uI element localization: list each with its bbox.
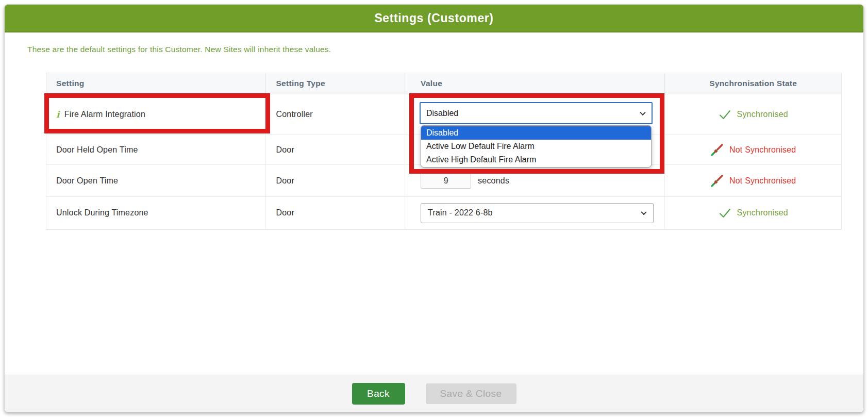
sync-state-label: Synchronised: [737, 208, 788, 217]
setting-cell: Door Held Open Time: [46, 135, 266, 164]
setting-label: Fire Alarm Integration: [64, 110, 145, 119]
table-row-door-open-time: Door Open Time Door seconds Not Synchron…: [46, 165, 841, 197]
info-icon[interactable]: i: [56, 110, 60, 119]
column-header-setting: Setting: [46, 73, 266, 94]
chevron-down-icon: [640, 109, 645, 115]
sync-state-cell: Not Synchronised: [665, 165, 841, 196]
column-header-value: Value: [405, 73, 665, 94]
fire-alarm-select-dropdown: Disabled Active Low Default Fire Alarm A…: [421, 125, 652, 167]
column-header-sync-state: Synchronisation State: [665, 73, 841, 94]
setting-cell: i Fire Alarm Integration: [46, 94, 266, 135]
back-button[interactable]: Back: [352, 383, 405, 405]
sync-state-label: Not Synchronised: [729, 176, 796, 186]
setting-type-cell: Controller: [266, 94, 405, 135]
dropdown-option-active-high[interactable]: Active High Default Fire Alarm: [421, 153, 651, 166]
dialog-footer: Back Save & Close: [5, 375, 863, 412]
synchronised-check-icon: [719, 109, 731, 120]
setting-type-cell: Door: [266, 135, 405, 164]
column-header-setting-type: Setting Type: [266, 73, 405, 94]
setting-cell: Unlock During Timezone: [46, 197, 266, 229]
page-title: Settings (Customer): [374, 11, 493, 25]
fire-alarm-select[interactable]: Disabled: [420, 102, 653, 124]
not-synchronised-icon: [710, 143, 724, 157]
sync-state-cell: Synchronised: [665, 94, 841, 135]
subtitle-text: These are the default settings for this …: [27, 45, 331, 54]
sync-state-cell: Synchronised: [665, 197, 841, 229]
fire-alarm-select-value: Disabled: [426, 109, 458, 118]
value-cell: Train - 2022 6-8b: [405, 197, 665, 229]
timezone-select[interactable]: Train - 2022 6-8b: [421, 203, 654, 223]
sync-state-label: Not Synchronised: [729, 145, 796, 155]
settings-dialog: Settings (Customer) These are the defaul…: [4, 4, 864, 412]
dialog-title-bar: Settings (Customer): [5, 5, 863, 32]
synchronised-check-icon: [719, 208, 731, 219]
not-synchronised-icon: [710, 174, 724, 188]
chevron-down-icon: [641, 209, 646, 215]
table-row-unlock-during-timezone: Unlock During Timezone Door Train - 2022…: [46, 197, 841, 229]
sync-state-cell: Not Synchronised: [665, 135, 841, 164]
dropdown-option-active-low[interactable]: Active Low Default Fire Alarm: [421, 140, 651, 153]
unit-label: seconds: [478, 176, 509, 186]
door-open-time-input[interactable]: [421, 173, 471, 189]
value-cell: seconds: [405, 165, 665, 196]
save-close-button[interactable]: Save & Close: [426, 383, 516, 404]
table-header-row: Setting Setting Type Value Synchronisati…: [46, 73, 841, 94]
dropdown-option-disabled[interactable]: Disabled: [421, 126, 651, 140]
timezone-select-value: Train - 2022 6-8b: [428, 208, 493, 217]
setting-type-cell: Door: [266, 165, 405, 196]
setting-type-cell: Door: [266, 197, 405, 229]
sync-state-label: Synchronised: [737, 110, 788, 119]
setting-cell: Door Open Time: [46, 165, 266, 196]
